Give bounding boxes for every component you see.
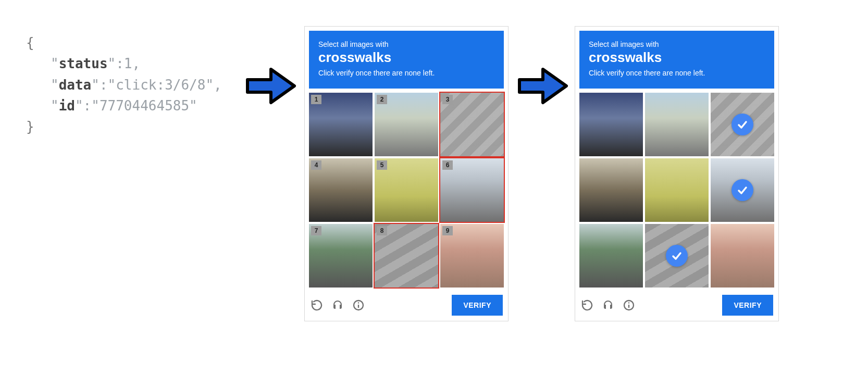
- checkmark-icon: [731, 114, 753, 135]
- captcha-tile[interactable]: 2: [375, 93, 438, 156]
- json-payload-display: { "status":1, "data":"click:3/6/8", "id"…: [26, 32, 222, 137]
- captcha-grid: [579, 93, 774, 288]
- prompt-target: crosswalks: [589, 49, 765, 66]
- prompt-target: crosswalks: [318, 49, 494, 66]
- captcha-tile[interactable]: [579, 224, 643, 288]
- captcha-tile[interactable]: 3: [440, 93, 504, 156]
- captcha-tile[interactable]: 6: [440, 158, 504, 222]
- captcha-tile[interactable]: [645, 93, 709, 156]
- captcha-footer: VERIFY: [579, 292, 774, 317]
- info-icon[interactable]: [352, 298, 365, 312]
- captcha-panel-step2: Select all images with crosswalks Click …: [575, 26, 779, 321]
- captcha-grid: 1 2 3 4 5 6 7 8 9: [309, 93, 504, 288]
- captcha-tile[interactable]: 1: [309, 93, 373, 156]
- captcha-tile[interactable]: [711, 224, 774, 288]
- refresh-icon[interactable]: [580, 298, 594, 312]
- info-icon[interactable]: [622, 298, 636, 312]
- captcha-tile[interactable]: [579, 158, 643, 222]
- svg-point-2: [358, 302, 359, 303]
- captcha-tile[interactable]: 5: [375, 158, 438, 222]
- captcha-tile[interactable]: [645, 224, 709, 288]
- tile-number-label: 8: [377, 226, 387, 235]
- captcha-tile[interactable]: 9: [440, 224, 504, 288]
- captcha-tile[interactable]: 4: [309, 158, 373, 222]
- captcha-header: Select all images with crosswalks Click …: [309, 31, 504, 89]
- captcha-tile[interactable]: 8: [375, 224, 438, 288]
- tile-number-label: 3: [442, 95, 453, 104]
- captcha-tile[interactable]: [645, 158, 709, 222]
- prompt-line-3: Click verify once there are none left.: [589, 69, 765, 77]
- svg-point-5: [628, 302, 629, 303]
- headphones-icon[interactable]: [601, 298, 615, 312]
- headphones-icon[interactable]: [331, 298, 344, 312]
- arrow-right-icon: [245, 65, 297, 107]
- verify-button[interactable]: VERIFY: [722, 295, 773, 316]
- captcha-tile[interactable]: [579, 93, 643, 156]
- tile-number-label: 7: [311, 226, 321, 235]
- prompt-line-3: Click verify once there are none left.: [318, 69, 494, 77]
- tile-number-label: 5: [377, 160, 387, 170]
- checkmark-icon: [666, 245, 688, 267]
- tile-number-label: 4: [311, 160, 321, 170]
- arrow-right-icon: [517, 65, 569, 107]
- refresh-icon[interactable]: [310, 298, 324, 312]
- prompt-line-1: Select all images with: [318, 40, 494, 48]
- checkmark-icon: [731, 179, 753, 201]
- tile-number-label: 1: [311, 95, 321, 104]
- captcha-panel-step1: Select all images with crosswalks Click …: [304, 26, 509, 321]
- captcha-header: Select all images with crosswalks Click …: [579, 31, 774, 89]
- tile-number-label: 2: [377, 95, 387, 104]
- captcha-tile[interactable]: [711, 93, 774, 156]
- captcha-footer: VERIFY: [309, 292, 504, 317]
- prompt-line-1: Select all images with: [589, 40, 765, 48]
- tile-number-label: 6: [442, 160, 453, 170]
- verify-button[interactable]: VERIFY: [452, 295, 503, 316]
- captcha-tile[interactable]: [711, 158, 774, 222]
- tile-number-label: 9: [442, 226, 453, 235]
- captcha-tile[interactable]: 7: [309, 224, 373, 288]
